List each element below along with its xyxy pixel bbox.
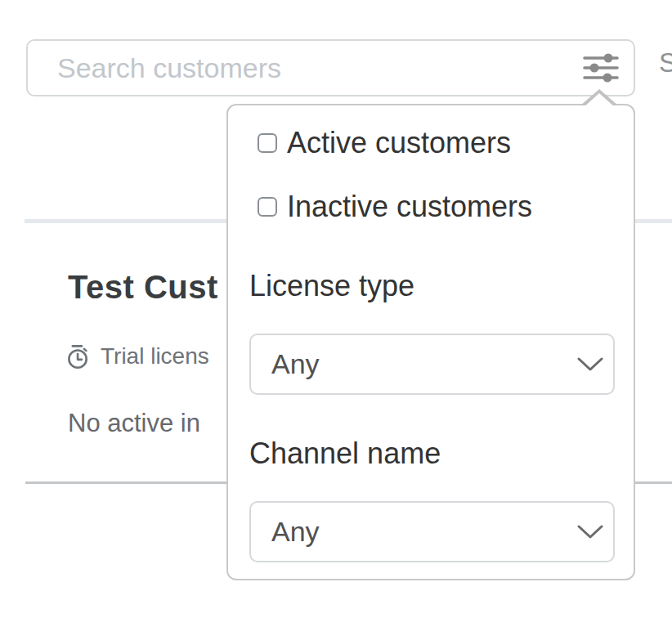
sliders-icon [583,53,619,83]
chevron-down-icon [577,357,603,372]
channel-name-select-value: Any [251,516,577,548]
inactive-customers-label: Inactive customers [287,190,532,224]
top-right-text-fragment: S [659,47,672,78]
filter-popover: Active customers Inactive customers Lice… [226,104,635,580]
customer-title: Test Cust [68,269,218,306]
search-input[interactable] [28,41,634,95]
inactive-customers-checkbox[interactable] [258,197,277,217]
checkbox-row-inactive-customers[interactable]: Inactive customers [258,188,532,226]
license-type-select[interactable]: Any [249,334,615,395]
search-bar [26,39,635,96]
popover-caret-fill [583,93,616,108]
license-type-label: License type [249,269,414,303]
active-customers-checkbox[interactable] [258,133,277,153]
license-status-row: Trial licens [66,343,209,369]
timer-icon [66,344,90,369]
active-customers-label: Active customers [287,126,511,160]
customer-status-text: No active in [68,409,200,438]
checkbox-row-active-customers[interactable]: Active customers [258,124,511,162]
license-type-select-value: Any [251,348,577,380]
chevron-down-icon [577,525,603,540]
channel-name-select[interactable]: Any [249,501,615,562]
license-type-text: Trial licens [101,343,209,369]
filter-button[interactable] [580,49,622,87]
channel-name-label: Channel name [249,437,441,471]
